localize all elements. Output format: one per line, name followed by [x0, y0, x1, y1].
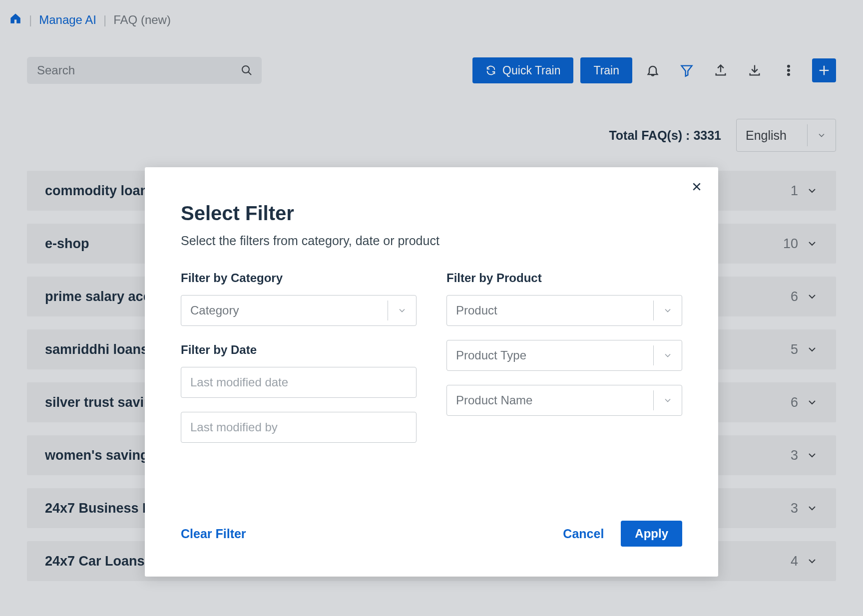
- modal-close-button[interactable]: [689, 179, 704, 194]
- clear-filter-button[interactable]: Clear Filter: [181, 527, 246, 541]
- chevron-down-icon: [663, 395, 673, 405]
- product-type-placeholder: Product Type: [456, 348, 526, 362]
- last-modified-by-field[interactable]: [190, 412, 407, 442]
- last-modified-date-field[interactable]: [190, 367, 407, 397]
- modal-footer: Clear Filter Cancel Apply: [181, 521, 682, 547]
- filter-category-label: Filter by Category: [181, 271, 417, 285]
- chevron-down-icon: [397, 306, 407, 315]
- modal-title: Select Filter: [181, 202, 682, 225]
- chevron-down-icon: [663, 350, 673, 360]
- product-placeholder: Product: [456, 304, 497, 317]
- filter-modal: Select Filter Select the filters from ca…: [145, 167, 718, 577]
- category-select[interactable]: Category: [181, 295, 417, 326]
- product-type-select[interactable]: Product Type: [446, 340, 682, 371]
- modal-subtitle: Select the filters from category, date o…: [181, 234, 682, 248]
- category-placeholder: Category: [190, 304, 239, 317]
- cancel-button[interactable]: Cancel: [563, 527, 604, 541]
- last-modified-by-input[interactable]: [181, 412, 417, 443]
- product-name-select[interactable]: Product Name: [446, 385, 682, 416]
- filter-product-label: Filter by Product: [446, 271, 682, 285]
- last-modified-date-input[interactable]: [181, 367, 417, 398]
- product-name-placeholder: Product Name: [456, 393, 532, 407]
- close-icon: [692, 182, 702, 192]
- chevron-down-icon: [663, 306, 673, 315]
- filter-date-label: Filter by Date: [181, 343, 417, 357]
- product-select[interactable]: Product: [446, 295, 682, 326]
- apply-button[interactable]: Apply: [621, 521, 682, 547]
